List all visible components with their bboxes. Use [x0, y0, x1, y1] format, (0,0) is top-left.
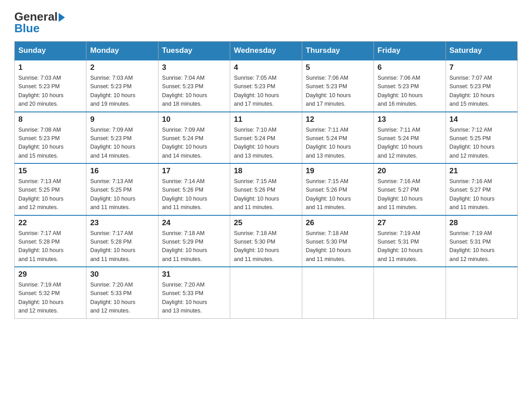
day-info: Sunrise: 7:16 AMSunset: 5:27 PMDaylight:… — [378, 177, 442, 212]
page-header: General Blue — [14, 11, 518, 34]
day-info: Sunrise: 7:16 AMSunset: 5:27 PMDaylight:… — [450, 177, 514, 212]
day-number: 26 — [306, 218, 370, 227]
col-header-thursday: Thursday — [302, 42, 373, 60]
day-number: 18 — [234, 167, 298, 176]
day-info: Sunrise: 7:06 AMSunset: 5:23 PMDaylight:… — [306, 74, 370, 109]
calendar-cell: 16Sunrise: 7:13 AMSunset: 5:25 PMDayligh… — [86, 163, 158, 215]
day-info: Sunrise: 7:14 AMSunset: 5:26 PMDaylight:… — [162, 177, 226, 212]
day-info: Sunrise: 7:20 AMSunset: 5:33 PMDaylight:… — [90, 281, 154, 316]
logo: General Blue — [14, 11, 65, 34]
day-number: 8 — [18, 115, 82, 124]
day-number: 10 — [162, 115, 226, 124]
day-info: Sunrise: 7:19 AMSunset: 5:31 PMDaylight:… — [450, 229, 514, 264]
calendar-header-row: SundayMondayTuesdayWednesdayThursdayFrid… — [15, 42, 518, 60]
day-number: 12 — [306, 115, 370, 124]
calendar-cell: 10Sunrise: 7:09 AMSunset: 5:24 PMDayligh… — [158, 112, 230, 164]
day-number: 5 — [306, 63, 370, 72]
col-header-friday: Friday — [374, 42, 446, 60]
day-number: 30 — [90, 270, 154, 279]
day-number: 4 — [234, 63, 298, 72]
day-info: Sunrise: 7:03 AMSunset: 5:23 PMDaylight:… — [90, 74, 154, 109]
day-number: 15 — [18, 167, 82, 176]
calendar-cell — [374, 267, 446, 318]
day-info: Sunrise: 7:18 AMSunset: 5:30 PMDaylight:… — [306, 229, 370, 264]
calendar-cell: 19Sunrise: 7:15 AMSunset: 5:26 PMDayligh… — [302, 163, 373, 215]
day-info: Sunrise: 7:06 AMSunset: 5:23 PMDaylight:… — [378, 74, 442, 109]
day-info: Sunrise: 7:17 AMSunset: 5:28 PMDaylight:… — [90, 229, 154, 264]
day-number: 2 — [90, 63, 154, 72]
calendar-cell: 2Sunrise: 7:03 AMSunset: 5:23 PMDaylight… — [86, 60, 158, 112]
day-info: Sunrise: 7:19 AMSunset: 5:31 PMDaylight:… — [378, 229, 442, 264]
col-header-saturday: Saturday — [446, 42, 517, 60]
calendar-cell: 25Sunrise: 7:18 AMSunset: 5:30 PMDayligh… — [230, 215, 302, 267]
day-info: Sunrise: 7:07 AMSunset: 5:23 PMDaylight:… — [450, 74, 514, 109]
day-number: 17 — [162, 167, 226, 176]
day-info: Sunrise: 7:18 AMSunset: 5:29 PMDaylight:… — [162, 229, 226, 264]
calendar-cell: 11Sunrise: 7:10 AMSunset: 5:24 PMDayligh… — [230, 112, 302, 164]
day-number: 7 — [450, 63, 514, 72]
day-info: Sunrise: 7:08 AMSunset: 5:23 PMDaylight:… — [18, 126, 82, 161]
day-number: 29 — [18, 270, 82, 279]
day-info: Sunrise: 7:17 AMSunset: 5:28 PMDaylight:… — [18, 229, 82, 264]
calendar-cell: 5Sunrise: 7:06 AMSunset: 5:23 PMDaylight… — [302, 60, 373, 112]
day-number: 25 — [234, 218, 298, 227]
day-info: Sunrise: 7:12 AMSunset: 5:25 PMDaylight:… — [450, 126, 514, 161]
calendar-cell: 24Sunrise: 7:18 AMSunset: 5:29 PMDayligh… — [158, 215, 230, 267]
day-number: 22 — [18, 218, 82, 227]
day-info: Sunrise: 7:09 AMSunset: 5:23 PMDaylight:… — [90, 126, 154, 161]
calendar-cell: 1Sunrise: 7:03 AMSunset: 5:23 PMDaylight… — [15, 60, 86, 112]
calendar-cell: 4Sunrise: 7:05 AMSunset: 5:23 PMDaylight… — [230, 60, 302, 112]
calendar-cell — [302, 267, 373, 318]
day-info: Sunrise: 7:11 AMSunset: 5:24 PMDaylight:… — [378, 126, 442, 161]
calendar-cell: 12Sunrise: 7:11 AMSunset: 5:24 PMDayligh… — [302, 112, 373, 164]
day-number: 20 — [378, 167, 442, 176]
day-number: 13 — [378, 115, 442, 124]
day-number: 14 — [450, 115, 514, 124]
logo-blue-text: Blue — [14, 22, 39, 34]
week-row-1: 1Sunrise: 7:03 AMSunset: 5:23 PMDaylight… — [15, 60, 518, 112]
calendar-cell: 9Sunrise: 7:09 AMSunset: 5:23 PMDaylight… — [86, 112, 158, 164]
calendar-cell: 28Sunrise: 7:19 AMSunset: 5:31 PMDayligh… — [446, 215, 517, 267]
calendar-cell: 15Sunrise: 7:13 AMSunset: 5:25 PMDayligh… — [15, 163, 86, 215]
day-info: Sunrise: 7:19 AMSunset: 5:32 PMDaylight:… — [18, 281, 82, 316]
day-number: 23 — [90, 218, 154, 227]
day-info: Sunrise: 7:03 AMSunset: 5:23 PMDaylight:… — [18, 74, 82, 109]
logo-arrow-icon — [59, 13, 65, 22]
calendar-cell: 8Sunrise: 7:08 AMSunset: 5:23 PMDaylight… — [15, 112, 86, 164]
calendar-cell: 27Sunrise: 7:19 AMSunset: 5:31 PMDayligh… — [374, 215, 446, 267]
calendar-cell — [446, 267, 517, 318]
logo-general-text: General — [14, 11, 65, 22]
col-header-sunday: Sunday — [15, 42, 86, 60]
col-header-monday: Monday — [86, 42, 158, 60]
day-info: Sunrise: 7:18 AMSunset: 5:30 PMDaylight:… — [234, 229, 298, 264]
calendar-cell: 3Sunrise: 7:04 AMSunset: 5:23 PMDaylight… — [158, 60, 230, 112]
day-info: Sunrise: 7:15 AMSunset: 5:26 PMDaylight:… — [306, 177, 370, 212]
calendar-cell: 18Sunrise: 7:15 AMSunset: 5:26 PMDayligh… — [230, 163, 302, 215]
day-info: Sunrise: 7:15 AMSunset: 5:26 PMDaylight:… — [234, 177, 298, 212]
day-number: 28 — [450, 218, 514, 227]
day-info: Sunrise: 7:13 AMSunset: 5:25 PMDaylight:… — [90, 177, 154, 212]
day-info: Sunrise: 7:13 AMSunset: 5:25 PMDaylight:… — [18, 177, 82, 212]
calendar-cell: 17Sunrise: 7:14 AMSunset: 5:26 PMDayligh… — [158, 163, 230, 215]
day-number: 3 — [162, 63, 226, 72]
week-row-4: 22Sunrise: 7:17 AMSunset: 5:28 PMDayligh… — [15, 215, 518, 267]
calendar-cell: 23Sunrise: 7:17 AMSunset: 5:28 PMDayligh… — [86, 215, 158, 267]
day-info: Sunrise: 7:11 AMSunset: 5:24 PMDaylight:… — [306, 126, 370, 161]
day-number: 1 — [18, 63, 82, 72]
day-number: 11 — [234, 115, 298, 124]
col-header-wednesday: Wednesday — [230, 42, 302, 60]
calendar-table: SundayMondayTuesdayWednesdayThursdayFrid… — [14, 41, 518, 319]
calendar-cell: 30Sunrise: 7:20 AMSunset: 5:33 PMDayligh… — [86, 267, 158, 318]
calendar-cell: 29Sunrise: 7:19 AMSunset: 5:32 PMDayligh… — [15, 267, 86, 318]
day-number: 27 — [378, 218, 442, 227]
day-number: 16 — [90, 167, 154, 176]
calendar-cell: 21Sunrise: 7:16 AMSunset: 5:27 PMDayligh… — [446, 163, 517, 215]
day-number: 31 — [162, 270, 226, 279]
calendar-cell: 14Sunrise: 7:12 AMSunset: 5:25 PMDayligh… — [446, 112, 517, 164]
week-row-5: 29Sunrise: 7:19 AMSunset: 5:32 PMDayligh… — [15, 267, 518, 318]
week-row-3: 15Sunrise: 7:13 AMSunset: 5:25 PMDayligh… — [15, 163, 518, 215]
day-info: Sunrise: 7:10 AMSunset: 5:24 PMDaylight:… — [234, 126, 298, 161]
calendar-cell: 22Sunrise: 7:17 AMSunset: 5:28 PMDayligh… — [15, 215, 86, 267]
day-info: Sunrise: 7:09 AMSunset: 5:24 PMDaylight:… — [162, 126, 226, 161]
day-info: Sunrise: 7:20 AMSunset: 5:33 PMDaylight:… — [162, 281, 226, 316]
